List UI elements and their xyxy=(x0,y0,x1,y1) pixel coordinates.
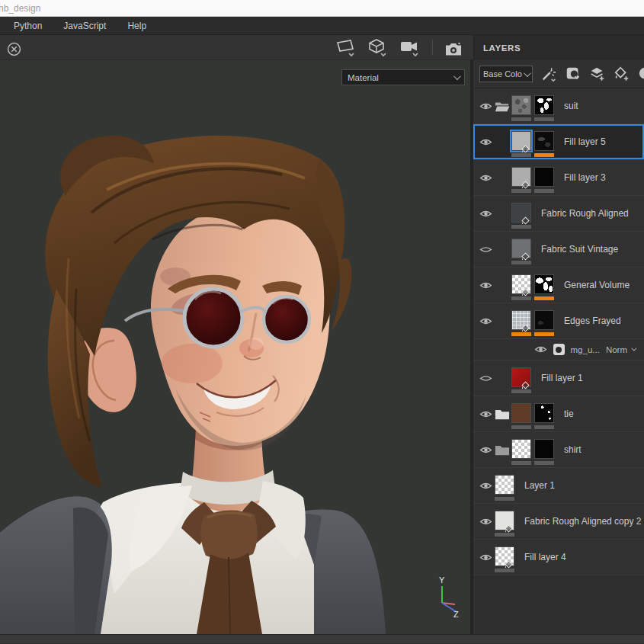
visibility-toggle[interactable] xyxy=(479,445,495,455)
layer-mask-thumbnail[interactable] xyxy=(534,274,554,294)
layer-content-thumbnail[interactable] xyxy=(511,203,531,223)
layer-name: suit xyxy=(564,101,578,111)
layer-group-row[interactable]: shirt xyxy=(473,432,644,468)
add-layer-icon[interactable] xyxy=(589,66,606,82)
layer-mask-thumbnail[interactable] xyxy=(534,131,554,151)
layer-mask-thumbnail[interactable] xyxy=(534,95,554,115)
layer-row[interactable]: Fabric Rough Aligned copy 2 xyxy=(473,504,644,540)
menu-bar: Python JavaScript Help xyxy=(0,17,644,35)
content-channel-bar xyxy=(495,569,514,572)
visibility-toggle[interactable] xyxy=(479,373,495,383)
layer-content-thumbnail[interactable] xyxy=(511,310,531,330)
layer-row[interactable]: Layer 1 xyxy=(473,468,644,504)
layer-row[interactable]: Fabric Rough Aligned xyxy=(473,196,644,232)
channel-dropdown-value: Base Colo xyxy=(483,69,522,78)
visibility-toggle[interactable] xyxy=(479,553,495,562)
layer-row[interactable]: Fill layer 1 xyxy=(473,360,644,396)
screenshot-camera-icon[interactable] xyxy=(444,37,463,57)
visibility-toggle[interactable] xyxy=(479,517,495,527)
status-bar xyxy=(0,634,644,643)
menu-javascript[interactable]: JavaScript xyxy=(53,17,117,34)
menu-python[interactable]: Python xyxy=(0,17,53,34)
visibility-toggle[interactable] xyxy=(479,245,495,255)
content-channel-bar xyxy=(511,153,531,157)
layer-mask-thumbnail[interactable] xyxy=(534,439,554,459)
layer-content-thumbnail[interactable] xyxy=(511,367,531,387)
visibility-toggle[interactable] xyxy=(479,280,495,290)
mask-effect-row[interactable]: mg_u...Norm xyxy=(473,339,644,360)
content-channel-bar xyxy=(511,117,531,121)
layer-group-row[interactable]: suit xyxy=(473,88,644,124)
geometry-cube-icon[interactable] xyxy=(367,37,389,57)
toolbar-separator xyxy=(432,40,433,55)
layer-content-thumbnail[interactable] xyxy=(511,403,531,423)
folder-icon[interactable] xyxy=(495,444,511,456)
content-channel-bar xyxy=(511,461,531,465)
menu-help[interactable]: Help xyxy=(117,17,157,34)
layer-name: shirt xyxy=(564,444,582,455)
add-fill-layer-icon[interactable] xyxy=(614,66,630,82)
layer-row[interactable]: General Volume xyxy=(473,268,644,303)
folder-icon[interactable] xyxy=(495,409,511,420)
layer-mask-thumbnail[interactable] xyxy=(534,167,554,187)
content-channel-bar xyxy=(511,425,531,429)
plane-view-icon[interactable] xyxy=(335,37,357,57)
layer-content-thumbnail[interactable] xyxy=(511,439,531,459)
visibility-toggle[interactable] xyxy=(479,173,495,183)
layer-name: Fabric Suit Vintage xyxy=(541,244,618,255)
visibility-toggle[interactable] xyxy=(479,101,495,111)
effect-name: mg_u... xyxy=(571,345,600,354)
layer-content-thumbnail[interactable] xyxy=(495,546,514,566)
viewport-3d[interactable]: Y Z Material xyxy=(0,60,470,634)
layer-mask-thumbnail[interactable] xyxy=(534,310,554,330)
visibility-toggle[interactable] xyxy=(479,316,495,326)
mask-channel-bar xyxy=(534,153,554,157)
layer-name: Edges Frayed xyxy=(564,316,621,326)
visibility-toggle[interactable] xyxy=(479,209,495,219)
mask-channel-bar xyxy=(534,189,554,193)
folder-icon[interactable] xyxy=(495,101,511,112)
layer-row[interactable]: Fill layer 4 xyxy=(473,540,644,575)
layer-name: tie xyxy=(564,409,574,419)
content-channel-bar xyxy=(511,189,531,193)
mask-generator-icon[interactable] xyxy=(553,344,565,355)
chevron-down-icon xyxy=(524,69,531,77)
visibility-toggle[interactable] xyxy=(479,481,495,491)
mask-channel-bar xyxy=(534,117,554,121)
smart-mask-wand-icon[interactable] xyxy=(540,66,557,82)
mask-channel-bar xyxy=(534,425,554,429)
layer-row[interactable]: Fill layer 3 xyxy=(473,160,644,196)
visibility-toggle[interactable] xyxy=(479,137,495,147)
layer-group-row[interactable]: tie xyxy=(473,396,644,432)
blend-mode-dropdown[interactable]: Norm xyxy=(606,345,635,354)
effect-visibility-toggle[interactable] xyxy=(534,344,547,354)
add-effect-icon[interactable] xyxy=(565,66,582,82)
window-title: nb_design xyxy=(0,3,40,14)
layer-content-thumbnail[interactable] xyxy=(511,239,531,258)
visibility-toggle[interactable] xyxy=(479,409,495,419)
content-channel-bar xyxy=(511,332,531,336)
display-mode-value: Material xyxy=(348,73,379,82)
smart-material-icon[interactable] xyxy=(638,66,644,82)
layer-list: suitFill layer 5Fill layer 3Fabric Rough… xyxy=(473,88,644,634)
layer-name: Fill layer 3 xyxy=(564,172,606,183)
display-mode-dropdown[interactable]: Material xyxy=(341,69,465,85)
discard-stack-icon[interactable] xyxy=(6,37,22,57)
blend-mode-value: Norm xyxy=(606,345,627,354)
chevron-down-icon xyxy=(453,72,461,80)
layer-content-thumbnail[interactable] xyxy=(511,274,531,294)
layer-content-thumbnail[interactable] xyxy=(495,511,514,530)
layer-row[interactable]: Edges Frayed xyxy=(473,303,644,339)
layer-content-thumbnail[interactable] xyxy=(511,95,531,115)
layer-content-thumbnail[interactable] xyxy=(495,475,514,495)
layers-toolbar: Base Colo xyxy=(473,60,644,88)
layer-row[interactable]: Fill layer 5 xyxy=(473,124,644,160)
content-channel-bar xyxy=(511,225,531,229)
channel-dropdown[interactable]: Base Colo xyxy=(479,66,533,82)
window-titlebar: nb_design xyxy=(0,0,644,17)
camera-view-icon[interactable] xyxy=(399,37,421,57)
layer-content-thumbnail[interactable] xyxy=(511,167,531,187)
layer-mask-thumbnail[interactable] xyxy=(534,403,554,423)
layer-row[interactable]: Fabric Suit Vintage xyxy=(473,232,644,268)
layer-content-thumbnail[interactable] xyxy=(511,131,531,151)
